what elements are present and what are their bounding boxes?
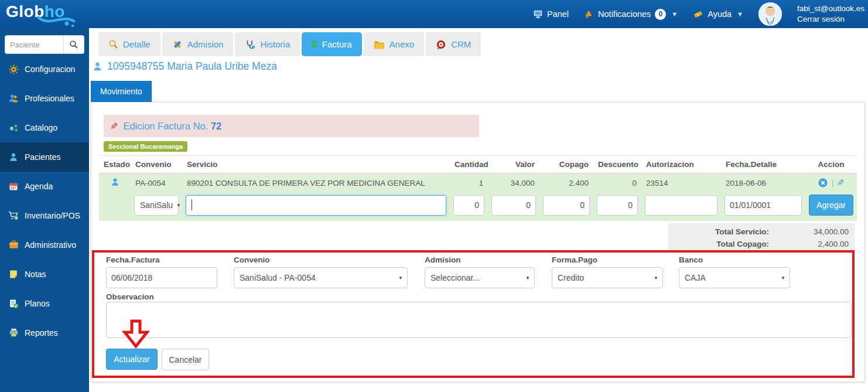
user-email: fabi_st@outlook.es [797,4,864,14]
col-accion: Accion [805,156,857,174]
sidebar-item-notas[interactable]: Notas [0,260,89,289]
invoice-number: 72 [211,121,221,131]
descuento-input[interactable] [597,195,638,216]
col-estado: Estado [99,156,131,174]
notifications-count-badge: 0 [655,9,666,20]
nav-notifications-label: Notificaciones [598,9,651,19]
user-avatar[interactable] [758,2,782,26]
observacion-textarea[interactable] [106,302,852,338]
cantidad-input[interactable] [453,195,484,216]
crm-icon [436,39,446,50]
top-navbar: Globho Panel Notificaciones 0 ▼ Ayuda ▼ [0,0,868,28]
sidebar-item-reportes[interactable]: Reportes [0,318,89,347]
sidebar-item-label: Inventario/POS [25,211,80,220]
fecha-detalle-input[interactable] [725,195,802,216]
sidebar-item-label: Configuracion [25,64,75,74]
tab-label: Historia [260,39,290,49]
forma-pago-select[interactable]: Credito ▼ [552,267,663,288]
tab-label: Detalle [123,39,151,49]
sidebar-item-profesionales[interactable]: Profesionales [0,84,89,113]
patient-icon [111,178,119,186]
catalog-dots-icon [8,123,19,133]
chevron-down-icon: ▼ [737,11,743,18]
autorizacion-input[interactable] [645,195,717,216]
agregar-button[interactable]: Agregar [809,195,853,216]
field-label: Forma.Pago [552,255,663,264]
folder-icon [374,40,385,49]
sidebar-item-catalogo[interactable]: Catalogo [0,113,89,142]
sidebar-item-pacientes[interactable]: Pacientes [0,142,89,172]
valor-input[interactable] [491,195,536,216]
sidebar-item-label: Reportes [25,328,58,338]
sidebar-item-inventario-pos[interactable]: Inventario/POS [0,201,89,230]
search-input[interactable] [5,35,63,54]
select-arrow-icon: ▼ [525,275,530,281]
sidebar-item-administrativo[interactable]: Administrativo [0,230,89,260]
col-cantidad: Cantidad [450,156,488,174]
tab-historia[interactable]: Historia [235,32,300,56]
tab-movimiento[interactable]: Movimiento [91,81,152,102]
convenio-form-select[interactable]: SaniSalud - PA-0054 ▼ [234,267,408,288]
total-copago-value: 2,400.00 [784,238,849,250]
tab-label: Admision [187,39,224,49]
field-label: Convenio [234,255,408,264]
search-icon [69,40,78,49]
logout-link[interactable]: Cerrar sesión [797,14,864,25]
monitor-icon [533,9,543,19]
sidebar-item-label: Catalogo [25,123,57,132]
sidebar-item-label: Agenda [25,182,53,191]
select-arrow-icon: ▼ [176,203,181,208]
remove-row-icon[interactable] [818,178,828,188]
services-table: Estado Convenio Servicio Cantidad Valor … [99,155,857,221]
document-check-icon [8,299,19,309]
invoice-edit-header: ✎ Edicion Factura No. 72 [104,115,479,137]
totals-box: Total Servicio: 34,000.00 Total Copago: … [668,223,855,253]
briefcase-icon [8,240,19,250]
new-service-row: SaniSalu ▼ Agregar [99,192,857,221]
tab-detalle[interactable]: Detalle [98,32,160,56]
copago-input[interactable] [543,195,590,216]
convenio-select[interactable]: SaniSalu ▼ [134,195,179,216]
observacion-label: Observacion [106,292,154,301]
sidebar-item-configuracion[interactable]: Configuracion [0,54,89,84]
banco-select[interactable]: CAJA ▼ [679,267,790,288]
col-descuento: Descuento [593,156,641,174]
cell-servicio: 890201 CONSULTA DE PRIMERA VEZ POR MEDIC… [182,173,450,192]
nav-help[interactable]: Ayuda ▼ [693,9,743,19]
cell-convenio: PA-0054 [131,173,182,192]
nav-panel-label: Panel [547,9,569,19]
admision-select[interactable]: Seleccionar... ▼ [425,267,535,288]
search-button[interactable] [63,35,84,54]
total-servicio-label: Total Servicio: [674,226,784,238]
tab-admision[interactable]: Admision [162,32,234,56]
select-arrow-icon: ▼ [398,275,403,281]
tab-anexo[interactable]: Anexo [364,32,425,56]
nav-panel[interactable]: Panel [533,9,569,19]
sidebar-item-label: Planos [25,299,50,308]
edit-row-icon[interactable]: ✎ [837,178,845,188]
factura-panel: ✎ Edicion Factura No. 72 Seccional Bucar… [91,102,865,382]
bell-icon [584,9,594,19]
actualizar-button[interactable]: Actualizar [106,349,158,370]
tab-label: Anexo [389,39,415,49]
sidebar-item-agenda[interactable]: Agenda [0,172,89,201]
col-copago: Copago [539,156,593,174]
cell-fecha-detalle: 2018-06-06 [721,173,805,192]
fecha-factura-input[interactable] [106,267,217,288]
table-row: PA-0054 890201 CONSULTA DE PRIMERA VEZ P… [99,173,857,192]
servicio-input[interactable] [186,195,446,216]
cell-descuento: 0 [593,173,641,192]
tab-crm[interactable]: CRM [426,32,481,56]
app-logo[interactable]: Globho [6,0,105,28]
fecha-factura-field: Fecha.Factura [106,255,217,288]
cancelar-button[interactable]: Cancelar [162,349,209,370]
sidebar-item-planos[interactable]: Planos [0,289,89,318]
patient-icon [8,152,19,162]
cell-copago: 2.400 [539,173,593,192]
nav-notifications[interactable]: Notificaciones 0 ▼ [584,9,678,20]
patient-icon [93,62,102,71]
col-convenio: Convenio [131,156,182,174]
select-arrow-icon: ▼ [781,275,785,281]
tab-factura[interactable]: $ Factura [302,32,361,56]
admision-field: Admision Seleccionar... ▼ [425,255,535,288]
